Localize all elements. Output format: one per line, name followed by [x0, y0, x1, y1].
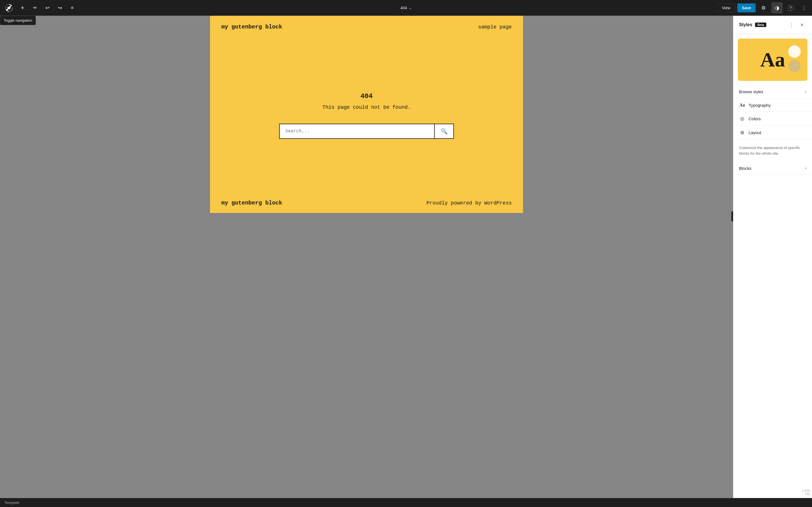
page-canvas: my gutenberg block sample page 404 This …	[210, 16, 523, 213]
sidebar-close-button[interactable]: ✕	[797, 20, 806, 29]
svg-text:W: W	[7, 6, 11, 10]
edit-button[interactable]: ✏	[29, 2, 41, 13]
layout-icon: ⊞	[739, 130, 745, 135]
layout-item[interactable]: ⊞ Layout	[733, 126, 812, 139]
layout-label: Layout	[749, 130, 761, 135]
site-footer: my gutenberg block Proudly powered by Wo…	[210, 193, 523, 213]
toolbar-left: W + ✏ ↩ ↪ ≡	[2, 1, 78, 15]
edit-icon: ✏	[33, 5, 37, 10]
typography-label: Typography	[749, 103, 770, 108]
colors-section: ◎ Colors	[733, 112, 812, 126]
add-block-toolbar-button[interactable]: +	[17, 2, 28, 13]
style-icon: ◑	[775, 5, 779, 11]
redo-button[interactable]: ↪	[54, 2, 65, 13]
search-icon: 🔍	[441, 128, 448, 135]
more-options-button[interactable]: ⋮	[799, 2, 810, 13]
search-submit-button[interactable]: 🔍	[434, 124, 454, 139]
typography-item[interactable]: Aa Typography	[733, 99, 812, 112]
error-code: 404	[360, 93, 372, 100]
canvas-wrapper: my gutenberg block sample page 404 This …	[0, 16, 733, 213]
error-message: This page could not be found.	[322, 105, 410, 110]
undo-icon: ↩	[45, 5, 50, 11]
colors-item[interactable]: ◎ Colors	[733, 112, 812, 126]
colors-label: Colors	[749, 116, 761, 121]
sidebar-description: Customize the appearance of specific blo…	[733, 139, 812, 162]
toolbar: W + ✏ ↩ ↪ ≡ 404 ⌄ View Save ⚙	[0, 0, 812, 16]
search-input[interactable]	[279, 124, 434, 139]
search-row: 🔍	[279, 124, 454, 139]
blocks-label: Blocks	[739, 166, 751, 171]
site-nav: sample page	[478, 24, 512, 30]
canvas-area: my gutenberg block sample page 404 This …	[0, 16, 733, 498]
toggle-navigation-tooltip: Toggle navigation	[0, 16, 36, 25]
status-bar: Template	[0, 498, 812, 507]
help-button[interactable]: ?	[785, 2, 796, 13]
gear-icon: ⚙	[761, 5, 766, 11]
blocks-row[interactable]: Blocks ›	[733, 162, 812, 175]
save-button[interactable]: Save	[737, 3, 756, 12]
page-content: 404 This page could not be found. 🔍	[210, 38, 523, 193]
toolbar-right: View Save ⚙ ◑ ? ⋮	[717, 2, 810, 13]
more-icon: ⋮	[802, 5, 807, 11]
preview-typography: Aa	[760, 50, 785, 70]
layout-section: ⊞ Layout	[733, 126, 812, 139]
typography-section: Aa Typography	[733, 99, 812, 112]
settings-button[interactable]: ⚙	[758, 2, 769, 13]
styles-sidebar: Styles Beta ⋮ ✕ Aa Browse styles	[733, 16, 812, 498]
preview-circles	[788, 45, 801, 72]
template-label: Template	[4, 501, 19, 505]
page-title-text: 404	[400, 6, 407, 10]
add-block-canvas-button[interactable]: +	[731, 211, 733, 221]
typography-icon: Aa	[739, 103, 745, 108]
chevron-right-icon: ›	[805, 89, 806, 94]
sidebar-title: Styles	[739, 22, 752, 27]
close-icon: ✕	[800, 22, 804, 27]
browse-styles-label: Browse styles	[739, 90, 763, 94]
view-button[interactable]: View	[717, 4, 735, 12]
help-icon: ?	[788, 5, 794, 11]
toolbar-center: 404 ⌄	[397, 4, 415, 12]
browse-styles-row[interactable]: Browse styles ›	[733, 86, 812, 99]
wp-logo-icon: W	[4, 3, 13, 12]
blocks-chevron-icon: ›	[805, 166, 806, 171]
sidebar-title-row: Styles Beta	[739, 22, 766, 27]
footer-site-title: my gutenberg block	[221, 200, 282, 206]
footer-credit: Proudly powered by WordPress	[426, 200, 512, 206]
list-view-button[interactable]: ≡	[66, 2, 78, 13]
preview-circle-gray	[788, 60, 801, 72]
redo-icon: ↪	[58, 5, 62, 11]
nav-link[interactable]: sample page	[478, 24, 512, 30]
colors-icon: ◎	[739, 116, 745, 122]
style-preview: Aa	[738, 39, 808, 81]
main-area: my gutenberg block sample page 404 This …	[0, 16, 812, 498]
chevron-down-icon: ⌄	[409, 6, 412, 10]
site-header: my gutenberg block sample page	[210, 16, 523, 38]
page-title-button[interactable]: 404 ⌄	[397, 4, 415, 12]
preview-circle-white	[788, 45, 801, 58]
sidebar-header: Styles Beta ⋮ ✕	[733, 16, 812, 34]
undo-button[interactable]: ↩	[42, 2, 53, 13]
sidebar-header-actions: ⋮ ✕	[787, 20, 806, 29]
site-title: my gutenberg block	[221, 24, 282, 30]
wp-logo-button[interactable]: W	[2, 1, 16, 15]
list-view-icon: ≡	[71, 5, 73, 10]
more-options-icon: ⋮	[790, 22, 794, 27]
style-toggle-button[interactable]: ◑	[771, 2, 783, 13]
sidebar-more-button[interactable]: ⋮	[787, 20, 796, 29]
beta-badge: Beta	[755, 22, 766, 27]
